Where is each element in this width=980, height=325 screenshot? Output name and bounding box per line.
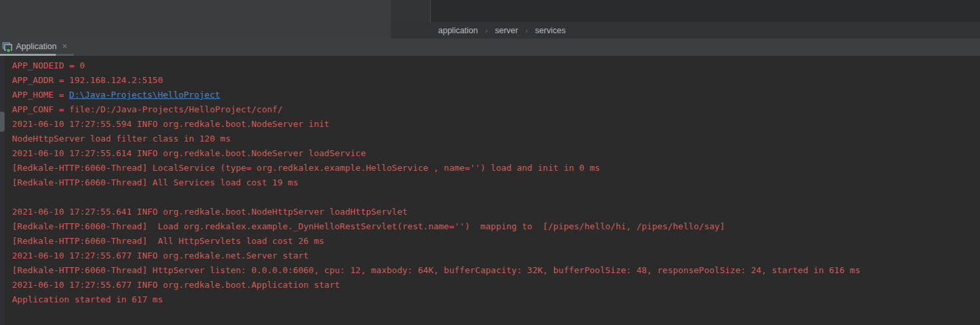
log-text: APP_ADDR = 192.168.124.2:5150 — [12, 75, 163, 85]
log-text: NodeHttpServer load filter class in 120 … — [12, 134, 231, 144]
log-text: APP_HOME = — [12, 90, 69, 100]
log-text: Application started in 617 ms — [12, 294, 163, 304]
log-text: 2021-06-10 17:27:55.594 INFO org.redkale… — [12, 119, 329, 129]
breadcrumb-separator-icon: › — [519, 27, 534, 35]
log-text: 2021-06-10 17:27:55.614 INFO org.redkale… — [12, 148, 366, 158]
log-text: APP_NODEID = 0 — [12, 60, 85, 70]
tab-label: Application — [16, 42, 57, 51]
breadcrumb-item-server[interactable]: server — [493, 26, 519, 35]
ide-window: application›server›services Application … — [0, 0, 980, 325]
console-line: 2021-06-10 17:27:55.614 INFO org.redkale… — [12, 146, 980, 161]
console-gutter — [0, 56, 5, 325]
log-text: [Redkale-HTTP:6060-Thread] Load org.redk… — [12, 221, 725, 231]
console-line — [12, 190, 980, 205]
console-line: [Redkale-HTTP:6060-Thread] Load org.redk… — [12, 219, 980, 234]
console-line: APP_CONF = file:/D:/Java-Projects/HelloP… — [12, 102, 980, 117]
editor-strip-segment — [431, 0, 980, 22]
top-section: application›server›services — [0, 0, 980, 39]
console-line: 2021-06-10 17:27:55.641 INFO org.redkale… — [12, 205, 980, 219]
editor-strip-segment — [391, 0, 430, 22]
console-line: [Redkale-HTTP:6060-Thread] HttpServer li… — [12, 263, 980, 278]
console-line: APP_ADDR = 192.168.124.2:5150 — [12, 73, 980, 88]
log-text: 2021-06-10 17:27:55.641 INFO org.redkale… — [12, 207, 408, 217]
file-path-link[interactable]: D:\Java-Projects\HelloProject — [69, 90, 220, 100]
log-text: 2021-06-10 17:27:55.677 INFO org.redkale… — [12, 251, 308, 261]
console-line: 2021-06-10 17:27:55.594 INFO org.redkale… — [12, 117, 980, 132]
editor-top-strip — [391, 0, 980, 22]
log-text: APP_CONF = file:/D:/Java-Projects/HelloP… — [12, 104, 283, 114]
console-line: [Redkale-HTTP:6060-Thread] All Services … — [12, 175, 980, 190]
console-line: 2021-06-10 17:27:55.677 INFO org.redkale… — [12, 278, 980, 292]
console-line: APP_NODEID = 0 — [12, 58, 980, 73]
log-text: [Redkale-HTTP:6060-Thread] LocalService … — [12, 163, 600, 173]
breadcrumb: application›server›services — [391, 22, 980, 39]
console-line: 2021-06-10 17:27:55.677 INFO org.redkale… — [12, 249, 980, 263]
log-text: [Redkale-HTTP:6060-Thread] HttpServer li… — [12, 265, 860, 275]
log-text: [Redkale-HTTP:6060-Thread] All Services … — [12, 177, 298, 187]
top-right-panel: application›server›services — [391, 0, 980, 39]
run-toolwindow-tab-bar: Application ✕ — [0, 39, 980, 56]
console-output[interactable]: APP_NODEID = 0APP_ADDR = 192.168.124.2:5… — [0, 56, 980, 325]
console-line: Application started in 617 ms — [12, 292, 980, 307]
log-text: 2021-06-10 17:27:55.677 INFO org.redkale… — [12, 280, 340, 290]
breadcrumb-item-services[interactable]: services — [534, 26, 567, 35]
console-line: NodeHttpServer load filter class in 120 … — [12, 132, 980, 146]
scrollbar-thumb[interactable] — [0, 112, 5, 132]
console-line: [Redkale-HTTP:6060-Thread] LocalService … — [12, 161, 980, 175]
editor-panel — [0, 0, 391, 39]
tab-application[interactable]: Application ✕ — [0, 39, 72, 56]
close-icon[interactable]: ✕ — [62, 43, 67, 50]
breadcrumb-item-application[interactable]: application — [437, 26, 479, 35]
run-console-icon — [2, 42, 13, 53]
console-line: APP_HOME = D:\Java-Projects\HelloProject — [12, 88, 980, 102]
log-text: [Redkale-HTTP:6060-Thread] All HttpServl… — [12, 236, 324, 246]
console-line: [Redkale-HTTP:6060-Thread] All HttpServl… — [12, 234, 980, 249]
breadcrumb-separator-icon: › — [479, 27, 494, 35]
